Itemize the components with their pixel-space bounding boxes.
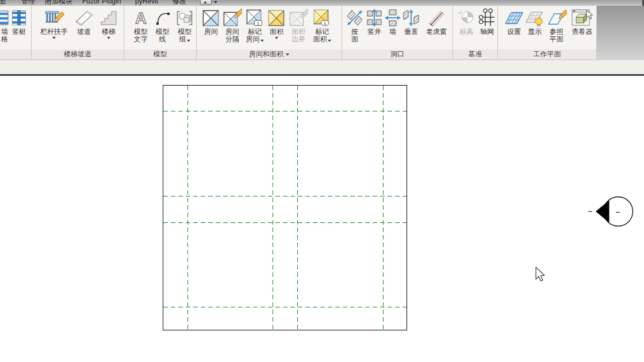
- ribbon-button-viewer[interactable]: 查看器: [568, 6, 596, 36]
- panel-label-stair-ramp: 楼梯坡道: [32, 49, 124, 59]
- panel-label-text: 房间和面积: [249, 49, 283, 59]
- ribbon-button-room-separator[interactable]: 房间 分隔: [221, 6, 243, 43]
- options-bar: [0, 60, 644, 76]
- reference-plane-horizontal[interactable]: [163, 307, 407, 307]
- ribbon-button-show-work-plane[interactable]: 显示: [524, 6, 545, 36]
- dropdown-arrow-icon: [52, 37, 56, 39]
- ribbon-empty-area: [597, 6, 644, 59]
- set-work-plane-icon: [504, 9, 524, 27]
- button-label: 组: [179, 36, 186, 43]
- ribbon-button-opening-by-face[interactable]: 按 面: [346, 6, 364, 43]
- ribbon-button-tag-room[interactable]: 1 标记 房间: [243, 6, 266, 43]
- tag-area-icon: 1: [312, 8, 332, 28]
- ribbon-button-mullion[interactable]: 竖梃: [9, 6, 29, 36]
- panel-label-text: 楼梯坡道: [64, 49, 91, 59]
- tag-number-glyph: 1: [257, 21, 260, 26]
- button-label: 线: [159, 36, 166, 43]
- ribbon-button-vertical-opening[interactable]: 垂直: [401, 6, 421, 36]
- ribbon-button-dormer-opening[interactable]: 老虎窗: [421, 6, 451, 36]
- panel-work-plane: 设置 显示: [498, 6, 597, 59]
- tab-manage[interactable]: 管理: [21, 0, 35, 5]
- button-label: 房间: [204, 28, 218, 36]
- button-label: 平面: [550, 36, 564, 43]
- ribbon-button-area-boundary[interactable]: 面积 边界: [287, 6, 310, 43]
- ribbon-button-curtain-grid[interactable]: 墙 格: [0, 6, 9, 43]
- panel-build-partial: 墙 格 竖梃: [0, 6, 32, 59]
- ribbon-button-model-group[interactable]: 模型 组: [173, 6, 196, 43]
- model-text-icon: A: [132, 8, 150, 28]
- button-label: 竖井: [367, 28, 381, 36]
- reference-plane-horizontal[interactable]: [163, 111, 407, 111]
- level-icon: -1: [456, 9, 477, 27]
- panel-label-text: 模型: [154, 49, 167, 59]
- stair-icon: [99, 9, 118, 27]
- mullion-icon: [10, 8, 28, 28]
- show-work-plane-icon: [524, 9, 545, 27]
- ribbon-options-dropdown-icon[interactable]: [214, 1, 217, 3]
- ribbon-minimize-button[interactable]: [200, 0, 212, 5]
- panel-label-room-area[interactable]: 房间和面积: [197, 49, 342, 59]
- tab-modify[interactable]: 修改: [172, 0, 186, 5]
- panel-dropdown-arrow-icon: [286, 53, 289, 56]
- ribbon-button-set-work-plane[interactable]: 设置: [504, 6, 524, 36]
- ribbon-button-level[interactable]: -1 标高: [455, 6, 477, 36]
- panel-datum: -1 标高 轴网: [453, 6, 498, 59]
- ribbon-button-shaft-opening[interactable]: 竖井: [364, 6, 385, 36]
- button-label: 文字: [134, 36, 148, 43]
- ribbon-button-model-line[interactable]: 模型 线: [152, 6, 174, 43]
- reference-plane-horizontal[interactable]: [163, 196, 407, 197]
- panel-label-text: 基准: [469, 49, 482, 59]
- model-line-icon: [154, 8, 171, 28]
- button-label: 显示: [528, 28, 542, 36]
- room-icon: [202, 8, 220, 28]
- model-group-icon: [175, 8, 194, 28]
- panel-label-text: 工作平面: [534, 49, 561, 59]
- reference-plane-horizontal[interactable]: [163, 222, 407, 223]
- tab-view[interactable]: 视图: [0, 0, 6, 5]
- ribbon-button-ramp[interactable]: 坡道: [72, 6, 96, 36]
- tag-number-glyph: 1: [324, 21, 327, 26]
- tab-pyrevit[interactable]: pyRevit: [135, 0, 158, 5]
- drawing-area[interactable]: [0, 76, 644, 362]
- reference-plane-vertical[interactable]: [297, 86, 298, 330]
- ribbon-button-room[interactable]: 房间: [201, 6, 221, 36]
- tab-fuzor-plugin[interactable]: Fuzor Plugin: [82, 0, 121, 5]
- button-label: 面: [351, 36, 358, 43]
- panel-label-work-plane: 工作平面: [498, 49, 596, 59]
- reference-plane-vertical[interactable]: [383, 86, 384, 330]
- ribbon-button-wall-opening[interactable]: 墙: [385, 6, 401, 36]
- railing-icon: [44, 8, 64, 28]
- button-label: 栏杆扶手: [40, 28, 68, 36]
- tab-addins[interactable]: 附加模块: [45, 0, 72, 5]
- caret-up-icon: [204, 1, 207, 3]
- button-label: 垂直: [404, 28, 418, 36]
- ribbon-button-grid[interactable]: 轴网: [477, 6, 497, 36]
- button-label: 轴网: [480, 28, 494, 36]
- plan-view[interactable]: [163, 85, 407, 330]
- ribbon-button-stair[interactable]: 楼梯: [96, 6, 121, 39]
- button-label: 格: [1, 36, 8, 43]
- shaft-opening-icon: [365, 8, 384, 28]
- ribbon-button-ref-plane[interactable]: 参照 平面: [545, 6, 568, 43]
- ribbon: 墙 格 竖梃: [0, 6, 644, 60]
- ribbon-button-railing[interactable]: 栏杆扶手: [36, 6, 72, 39]
- vertical-opening-icon: [402, 8, 420, 28]
- ramp-icon: [74, 9, 94, 27]
- button-label: 面积: [313, 36, 327, 43]
- curtain-grid-icon: [0, 8, 9, 28]
- button-label: 查看器: [572, 28, 592, 36]
- panel-stair-ramp: 栏杆扶手 坡道 楼梯 楼梯坡道: [32, 6, 124, 59]
- elevation-marker[interactable]: [588, 191, 641, 233]
- panel-opening: 按 面 竖井: [342, 6, 453, 59]
- button-label: 墙: [389, 28, 396, 36]
- reference-plane-vertical[interactable]: [187, 86, 188, 330]
- ribbon-button-tag-area[interactable]: 1 标记 面积: [310, 6, 334, 43]
- reference-plane-vertical[interactable]: [273, 86, 273, 330]
- ribbon-button-area[interactable]: 面积: [266, 6, 287, 39]
- panel-label-text: 洞口: [390, 49, 404, 59]
- dropdown-arrow-icon: [107, 37, 110, 39]
- room-separator-icon: [223, 8, 242, 28]
- dropdown-arrow-icon: [187, 40, 190, 42]
- ribbon-button-model-text[interactable]: A 模型 文字: [130, 6, 152, 43]
- viewer-icon: [571, 8, 593, 28]
